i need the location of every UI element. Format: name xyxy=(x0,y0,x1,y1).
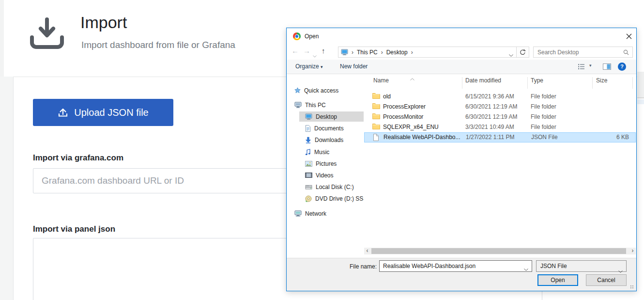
file-name: ProcessExplorer xyxy=(383,103,463,110)
dialog-footer: File name: JSON File Open Cancel xyxy=(287,258,636,291)
file-name: old xyxy=(383,93,463,100)
upload-json-button-label: Upload JSON file xyxy=(74,107,148,118)
chrome-icon xyxy=(293,32,301,40)
breadcrumb-this-pc[interactable]: This PC xyxy=(357,49,378,56)
view-list-icon[interactable] xyxy=(578,63,585,71)
file-type: File folder xyxy=(531,103,556,110)
dvd-icon xyxy=(305,195,312,202)
folder-icon xyxy=(372,113,380,119)
file-type-select[interactable]: JSON File xyxy=(536,260,627,272)
file-date-modified: 3/3/2021 10:49 AM xyxy=(465,124,514,130)
column-divider[interactable] xyxy=(632,77,633,89)
file-name-dropdown-icon[interactable] xyxy=(524,266,528,272)
page-left-edge xyxy=(0,0,4,77)
sidebar-item-local-disk-c[interactable]: Local Disk (C:) xyxy=(287,182,364,192)
browser-scrollbar-thumb[interactable] xyxy=(637,72,644,98)
organize-label: Organize xyxy=(295,63,319,70)
scrollbar-thumb[interactable] xyxy=(371,248,626,254)
file-row[interactable]: SQLEXPR_x64_ENU3/3/2021 10:49 AMFile fol… xyxy=(364,122,636,132)
this-pc-icon xyxy=(341,49,348,55)
search-box xyxy=(533,47,633,58)
disk-icon xyxy=(305,184,312,190)
dialog-title: Open xyxy=(305,33,319,40)
column-header-date-modified[interactable]: Date modified xyxy=(465,77,501,89)
folder-icon xyxy=(372,123,380,129)
import-via-grafana-heading: Import via grafana.com xyxy=(33,153,123,163)
sidebar-item-label: DVD Drive (D:) SSS_ xyxy=(315,195,364,202)
sidebar-item-documents[interactable]: Documents xyxy=(287,123,364,133)
scroll-left-icon[interactable]: ‹ xyxy=(364,248,370,254)
cancel-button[interactable]: Cancel xyxy=(586,274,627,286)
address-bar[interactable]: › This PC › Desktop › xyxy=(338,47,517,58)
back-arrow-icon[interactable]: ← xyxy=(291,47,299,55)
horizontal-scrollbar[interactable]: ‹ › xyxy=(364,248,636,254)
new-folder-button[interactable]: New folder xyxy=(340,63,368,70)
pc-icon xyxy=(294,102,302,108)
column-header-type[interactable]: Type xyxy=(531,77,543,89)
search-icon[interactable] xyxy=(623,49,629,57)
history-chevron-icon[interactable] xyxy=(313,51,317,59)
sidebar-item-label: Network xyxy=(305,210,326,217)
file-icon xyxy=(373,134,379,141)
file-date-modified: 6/30/2021 12:19 AM xyxy=(465,113,517,120)
dialog-navbar: ← → ↑ › This PC › Desktop › xyxy=(287,45,636,60)
file-row[interactable]: old6/15/2021 9:36 AMFile folder xyxy=(364,92,636,102)
organize-dropdown-icon: ▾ xyxy=(321,64,323,69)
file-row[interactable]: Realisable WebAPI-Dashbo...1/27/2022 1:1… xyxy=(364,132,636,142)
resize-grip-icon[interactable] xyxy=(630,285,634,289)
screen: Import Import dashboard from file or Gra… xyxy=(0,0,644,300)
file-name: ProcessMonitor xyxy=(383,113,463,120)
address-dropdown-icon[interactable] xyxy=(509,51,513,58)
file-type: File folder xyxy=(531,93,556,100)
upload-json-button[interactable]: Upload JSON file xyxy=(33,99,173,126)
sidebar-item-pictures[interactable]: Pictures xyxy=(287,158,364,169)
close-icon[interactable] xyxy=(623,31,635,42)
sidebar-item-music[interactable]: Music xyxy=(287,147,364,157)
column-header-name[interactable]: Name xyxy=(373,77,389,89)
sidebar-item-label: Local Disk (C:) xyxy=(316,184,354,190)
view-options-dropdown-icon[interactable]: ▾ xyxy=(589,63,592,68)
star-icon xyxy=(294,87,301,94)
column-header-size[interactable]: Size xyxy=(596,77,607,89)
file-date-modified: 6/15/2021 9:36 AM xyxy=(465,93,514,100)
forward-arrow-icon[interactable]: → xyxy=(303,47,310,55)
preview-pane-icon[interactable] xyxy=(603,63,611,71)
page-subtitle: Import dashboard from file or Grafana xyxy=(81,40,235,50)
desktop-icon xyxy=(305,113,312,120)
column-divider[interactable] xyxy=(462,77,462,89)
file-type: File folder xyxy=(531,113,556,120)
file-name: Realisable WebAPI-Dashbo... xyxy=(383,134,463,141)
search-input[interactable] xyxy=(534,47,622,57)
help-icon[interactable]: ? xyxy=(618,63,626,71)
up-arrow-icon[interactable]: ↑ xyxy=(322,47,325,55)
open-file-dialog: Open ← → ↑ › This PC › Desktop › xyxy=(286,28,637,291)
sidebar-item-downloads[interactable]: Downloads xyxy=(287,135,364,145)
scroll-right-icon[interactable]: › xyxy=(629,248,636,254)
file-type: File folder xyxy=(531,124,556,130)
sidebar-item-label: Downloads xyxy=(315,137,343,143)
file-name-input[interactable] xyxy=(380,261,521,271)
folder-icon xyxy=(372,103,380,109)
file-name: SQLEXPR_x64_ENU xyxy=(383,124,463,130)
file-name-combo xyxy=(379,260,532,272)
organize-menu[interactable]: Organize ▾ xyxy=(295,63,323,70)
folder-icon xyxy=(372,93,380,99)
sidebar-item-this-pc[interactable]: This PC xyxy=(287,100,364,110)
sidebar-item-videos[interactable]: Videos xyxy=(287,170,364,180)
sidebar-item-quick-access[interactable]: Quick access xyxy=(287,85,364,95)
column-divider[interactable] xyxy=(592,77,593,89)
sidebar-item-label: This PC xyxy=(305,102,326,109)
sidebar-item-network[interactable]: Network xyxy=(287,208,364,219)
column-divider[interactable] xyxy=(527,77,528,89)
sidebar-item-dvd-drive-d-sss[interactable]: DVD Drive (D:) SSS_ xyxy=(287,193,364,204)
refresh-icon[interactable] xyxy=(517,47,529,58)
sidebar-item-label: Videos xyxy=(316,172,333,179)
breadcrumb-desktop[interactable]: Desktop xyxy=(386,49,408,56)
file-row[interactable]: ProcessMonitor6/30/2021 12:19 AMFile fol… xyxy=(364,112,636,122)
music-icon xyxy=(305,149,311,156)
file-row[interactable]: ProcessExplorer6/30/2021 12:19 AMFile fo… xyxy=(364,102,636,112)
dialog-titlebar[interactable]: Open xyxy=(287,28,636,45)
sidebar-item-desktop[interactable]: Desktop xyxy=(299,111,364,122)
open-button[interactable]: Open xyxy=(537,274,578,286)
breadcrumb-separator: › xyxy=(411,49,413,56)
